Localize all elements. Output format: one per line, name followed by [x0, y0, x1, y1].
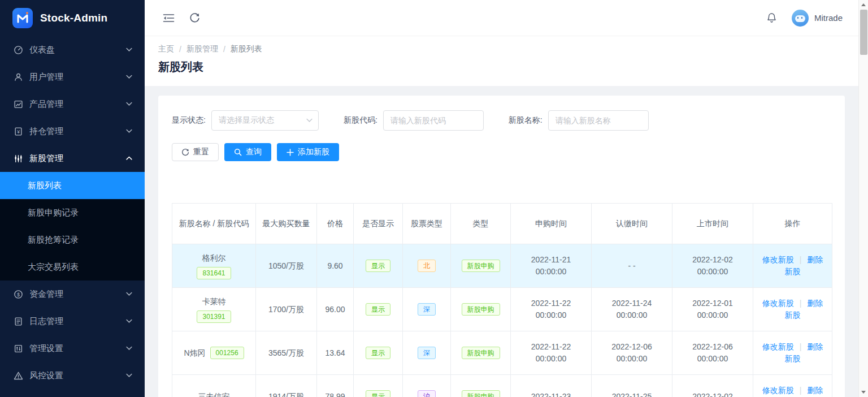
visible-status-tag: 显示 [366, 390, 390, 397]
page-content: 显示状态: 请选择显示状态 新股代码: 新股名称: [145, 86, 858, 397]
max-buy-cell: 1050/万股 [256, 244, 317, 288]
apply-time-cell: 2022-11-22 00:00:00 [511, 288, 592, 331]
search-button[interactable]: 查询 [224, 143, 271, 161]
apply-time-cell: 2022-11-22 00:00:00 [511, 331, 592, 375]
plus-icon [287, 149, 294, 156]
sidebar-item-user-management[interactable]: 用户管理 [0, 63, 145, 90]
col-list-time: 上市时间 [672, 204, 753, 244]
table-header-row: 新股名称 / 新股代码 最大购买数量 价格 是否显示 股票类型 类型 申购时间 … [172, 204, 832, 244]
chevron-down-icon [126, 292, 132, 296]
scroll-up-arrow[interactable] [859, 0, 868, 10]
table-row: 卡莱特 301391 1700/万股 96.00 显示 深 新股申购 2022-… [172, 288, 832, 331]
submenu-item-label: 新股申购记录 [28, 208, 79, 218]
scrollbar-thumb[interactable] [860, 10, 867, 55]
dashboard-icon [14, 45, 23, 55]
apply-clock: 00:00:00 [517, 309, 585, 321]
reset-button[interactable]: 重置 [172, 143, 219, 161]
submenu-item-label: 大宗交易列表 [28, 262, 79, 273]
chevron-down-icon [126, 319, 132, 323]
filter-display-status: 显示状态: 请选择显示状态 [172, 110, 319, 131]
pay-time-cell: 2022-12-06 00:00:00 [592, 331, 672, 375]
stock-name: 三未信安 [198, 391, 230, 397]
max-buy-cell: 1914/万股 [256, 375, 317, 397]
edit-stock-link[interactable]: 修改新股 [762, 386, 794, 395]
price-cell: 96.00 [317, 288, 354, 331]
list-time-cell: 2022-12-06 00:00:00 [672, 331, 753, 375]
chevron-down-icon [126, 75, 132, 79]
display-status-select[interactable]: 请选择显示状态 [211, 110, 319, 131]
edit-stock-link[interactable]: 修改新股 [762, 342, 794, 351]
avatar-face [795, 15, 805, 22]
action-divider: | [800, 255, 802, 264]
notification-bell-icon[interactable] [766, 12, 777, 24]
edit-stock-link[interactable]: 修改新股 [762, 255, 794, 264]
list-time-cell: 2022-12-01 00:00:00 [672, 288, 753, 331]
action-divider: | [800, 386, 802, 395]
action-divider: | [800, 299, 802, 308]
breadcrumb: 主页 / 新股管理 / 新股列表 [158, 44, 845, 54]
type-tag: 新股申购 [462, 390, 500, 397]
page-header: 主页 / 新股管理 / 新股列表 新股列表 [145, 36, 858, 86]
stock-name-cell: 三未信安 [178, 391, 250, 397]
sidebar-item-position-management[interactable]: ¥ 持仓管理 [0, 118, 145, 145]
sidebar-item-dashboard[interactable]: 仪表盘 [0, 36, 145, 63]
sidebar-collapse-icon[interactable] [163, 13, 175, 23]
action-divider: | [800, 342, 802, 351]
search-icon [234, 148, 242, 156]
sidebar-item-grab-records[interactable]: 新股抢筹记录 [0, 226, 145, 253]
apply-date: 2022-11-22 [517, 341, 585, 353]
add-stock-button[interactable]: 添加新股 [277, 143, 339, 161]
sidebar-item-label: 仪表盘 [29, 45, 126, 55]
scroll-down-arrow[interactable] [859, 387, 868, 397]
sidebar-item-product-management[interactable]: 产品管理 [0, 90, 145, 118]
row-actions-cell: 修改新股 | 删除新股 [753, 244, 832, 288]
stock-type-tag: 深 [418, 303, 436, 316]
list-clock: 00:00:00 [678, 266, 747, 278]
apply-clock: 00:00:00 [517, 266, 585, 278]
sidebar-item-label: 风控设置 [29, 370, 126, 381]
breadcrumb-new-stock-management[interactable]: 新股管理 [186, 44, 218, 54]
sidebar-item-subscription-records[interactable]: 新股申购记录 [0, 199, 145, 226]
pay-date: 2022-12-06 [597, 341, 666, 353]
sidebar-item-funds-management[interactable]: $ 资金管理 [0, 281, 145, 308]
app-logo-icon [12, 8, 33, 28]
main-area: Mitrade 主页 / 新股管理 / 新股列表 新股列表 显示状态: 请选择显… [145, 0, 858, 397]
col-apply-time: 申购时间 [511, 204, 592, 244]
sidebar-item-log-management[interactable]: 日志管理 [0, 308, 145, 335]
sidebar-item-risk-settings[interactable]: 风控设置 [0, 362, 145, 389]
sidebar-item-new-stock-management[interactable]: 新股管理 [0, 145, 145, 172]
apply-date: 2022-11-22 [517, 297, 585, 309]
stock-name-label: 新股名称: [509, 115, 542, 126]
user-avatar[interactable] [792, 10, 809, 27]
pay-time-cell: 2022-11-25 [592, 375, 672, 397]
table-row: 格利尔 831641 1050/万股 9.60 显示 北 新股申购 2022-1… [172, 244, 832, 288]
user-name[interactable]: Mitrade [814, 13, 843, 23]
row-actions-cell: 修改新股 | 删除新股 [753, 288, 832, 331]
stock-type-tag: 沪 [418, 390, 436, 397]
col-actions: 操作 [753, 204, 832, 244]
stock-code-input[interactable] [383, 110, 484, 131]
display-status-label: 显示状态: [172, 115, 206, 126]
list-time-cell: 2022-12-02 [672, 375, 753, 397]
price-cell: 9.60 [317, 244, 354, 288]
stock-name: 格利尔 [202, 252, 226, 264]
stock-name-input[interactable] [548, 110, 649, 131]
new-stock-submenu: 新股列表 新股申购记录 新股抢筹记录 大宗交易列表 [0, 172, 145, 281]
vertical-scrollbar[interactable] [858, 0, 868, 397]
sidebar-item-block-trade-list[interactable]: 大宗交易列表 [0, 253, 145, 281]
stock-name: 卡莱特 [202, 296, 226, 308]
edit-stock-link[interactable]: 修改新股 [762, 299, 794, 308]
breadcrumb-home[interactable]: 主页 [158, 44, 174, 54]
apply-time-cell: 2022-11-21 00:00:00 [511, 244, 592, 288]
refresh-icon[interactable] [189, 12, 200, 23]
sidebar-item-new-stock-list[interactable]: 新股列表 [0, 172, 145, 199]
risk-settings-icon [14, 371, 23, 381]
sidebar-item-admin-settings[interactable]: 管理设置 [0, 335, 145, 362]
table-row: 三未信安 1914/万股 78.99 显示 沪 新股申购 2022-11-23 … [172, 375, 832, 397]
stock-code-tag: 301391 [197, 310, 231, 323]
price-cell: 13.64 [317, 331, 354, 375]
row-actions-cell: 修改新股 | 删除新股 [753, 331, 832, 375]
type-tag: 新股申购 [462, 347, 500, 359]
pay-clock: 00:00:00 [597, 353, 666, 365]
filter-stock-name: 新股名称: [509, 110, 649, 131]
